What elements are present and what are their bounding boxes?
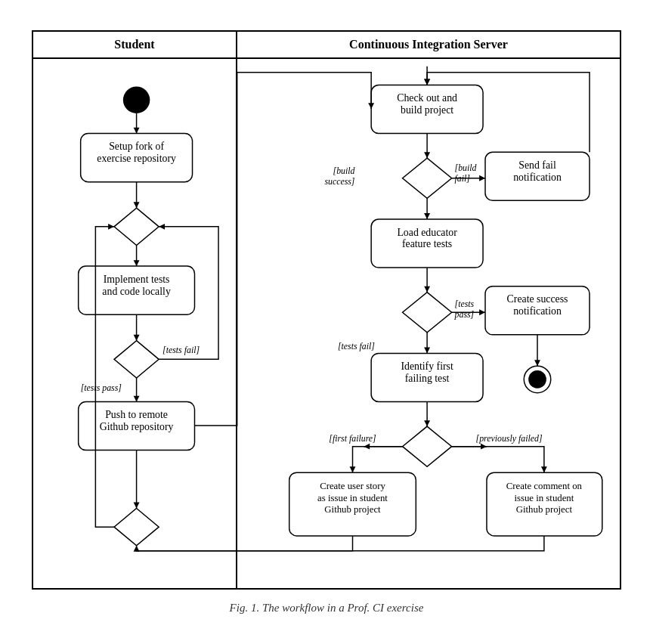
col-ci xyxy=(237,59,620,588)
content-area: Setup fork of exercise repository Implem… xyxy=(33,59,620,588)
diagram: Student Continuous Integration Server Se… xyxy=(32,30,621,590)
figure-container: Student Continuous Integration Server Se… xyxy=(17,30,636,615)
ci-header: Continuous Integration Server xyxy=(237,32,620,57)
student-header: Student xyxy=(33,32,237,57)
figure-caption: Fig. 1. The workflow in a Prof. CI exerc… xyxy=(230,602,424,615)
header-row: Student Continuous Integration Server xyxy=(33,32,620,59)
col-student xyxy=(33,59,237,588)
